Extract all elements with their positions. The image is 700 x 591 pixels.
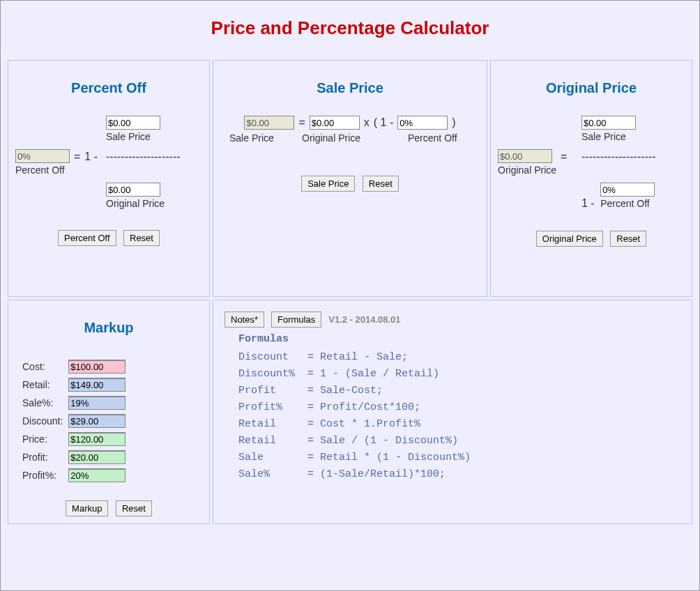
formulas-button[interactable]: Formulas [271, 312, 321, 328]
percent-off-panel: Percent Off Sale Price Percent Off = 1 -… [8, 60, 210, 297]
markup-row-label: Profit: [20, 450, 66, 464]
formulas-body: Discount = Retail - Sale; Discount% = 1 … [238, 349, 685, 483]
percent-off-result-label: Percent Off [15, 164, 70, 176]
original-price-percent-off-input[interactable] [600, 183, 655, 197]
markup-row-input[interactable] [68, 432, 125, 446]
markup-row-label: Price: [20, 432, 66, 446]
table-row: Profit: [20, 450, 128, 464]
markup-row-input[interactable] [68, 396, 125, 410]
original-price-heading: Original Price [498, 80, 685, 96]
table-row: Price: [20, 432, 128, 446]
page-title: Price and Percentage Calculator [3, 17, 697, 39]
markup-row-label: Discount: [20, 414, 66, 428]
percent-off-calc-button[interactable]: Percent Off [58, 230, 116, 246]
equals-text: = [561, 149, 567, 163]
sale-price-calc-button[interactable]: Sale Price [301, 176, 355, 192]
percent-off-result-output [15, 149, 70, 163]
divider-dashes: -------------------- [581, 149, 685, 163]
formulas-heading: Formulas [238, 333, 685, 345]
markup-row-input[interactable] [68, 450, 125, 464]
markup-calc-button[interactable]: Markup [66, 500, 108, 516]
original-price-reset-button[interactable]: Reset [610, 231, 646, 247]
percent-off-sale-price-label: Sale Price [106, 131, 202, 142]
sale-price-original-label: Original Price [302, 132, 372, 144]
sale-price-percent-label: Percent Off [408, 132, 471, 144]
notes-button[interactable]: Notes* [225, 312, 264, 328]
markup-panel: Markup Cost:Retail:Sale%:Discount:Price:… [8, 300, 210, 524]
percent-off-original-price-input[interactable] [106, 183, 160, 197]
version-text: V1.2 - 2014.08.01 [328, 314, 400, 325]
divider-dashes: -------------------- [106, 149, 202, 163]
equals-text: = [298, 116, 305, 129]
panels-grid: Percent Off Sale Price Percent Off = 1 -… [3, 60, 697, 524]
table-row: Retail: [20, 378, 128, 392]
sale-price-original-price-input[interactable] [310, 116, 360, 130]
original-price-sale-price-label: Sale Price [581, 131, 685, 142]
original-price-result-label: Original Price [498, 164, 556, 176]
markup-row-input[interactable] [68, 468, 125, 482]
markup-row-input[interactable] [68, 360, 125, 374]
formulas-panel: Notes* Formulas V1.2 - 2014.08.01 Formul… [213, 300, 692, 524]
markup-row-input[interactable] [68, 378, 125, 392]
original-price-percent-off-label: Percent Off [600, 198, 655, 209]
table-row: Discount: [20, 414, 128, 428]
markup-row-input[interactable] [68, 414, 125, 428]
percent-off-heading: Percent Off [15, 80, 202, 96]
markup-row-label: Profit%: [20, 468, 66, 482]
sale-price-heading: Sale Price [220, 80, 480, 96]
sale-price-percent-off-input[interactable] [397, 116, 448, 130]
times-text: x [364, 116, 370, 129]
markup-row-label: Sale%: [20, 396, 66, 410]
markup-row-label: Retail: [20, 378, 66, 392]
sale-price-result-output [244, 116, 294, 130]
original-price-result-output [498, 149, 552, 163]
close-paren-text: ) [452, 116, 455, 129]
equals-text: = [74, 149, 80, 163]
sale-price-sale-label: Sale Price [229, 132, 284, 144]
markup-heading: Markup [15, 320, 202, 336]
one-minus-text: 1 - [84, 149, 98, 163]
markup-table: Cost:Retail:Sale%:Discount:Price:Profit:… [20, 355, 128, 486]
original-price-sale-price-input[interactable] [581, 116, 636, 130]
percent-off-sale-price-input[interactable] [106, 116, 160, 130]
one-minus-text: 1 - [581, 196, 595, 210]
table-row: Cost: [20, 360, 128, 374]
markup-reset-button[interactable]: Reset [116, 500, 152, 516]
sale-price-panel: Sale Price = x ( 1 - ) Sale Price Origin… [213, 60, 487, 297]
markup-row-label: Cost: [20, 360, 66, 374]
open-paren-text: ( 1 - [374, 116, 393, 129]
percent-off-reset-button[interactable]: Reset [123, 230, 160, 246]
percent-off-original-price-label: Original Price [106, 198, 202, 209]
original-price-panel: Original Price Sale Price Original Price… [490, 60, 692, 297]
app-frame: Price and Percentage Calculator Percent … [0, 0, 700, 591]
table-row: Sale%: [20, 396, 128, 410]
table-row: Profit%: [20, 468, 128, 482]
sale-price-reset-button[interactable]: Reset [363, 176, 399, 192]
original-price-calc-button[interactable]: Original Price [536, 231, 603, 247]
